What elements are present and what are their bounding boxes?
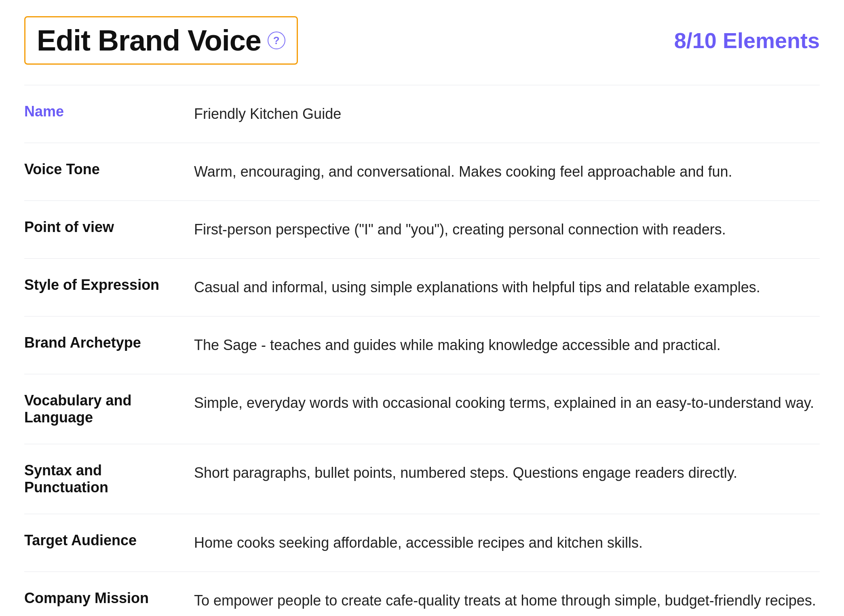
row-value: The Sage - teaches and guides while maki… [194,334,820,356]
table-row: Style of ExpressionCasual and informal, … [24,259,820,316]
page-title: Edit Brand Voice [37,24,261,57]
page-header: Edit Brand Voice ? 8/10 Elements [24,16,820,65]
table-row: Point of viewFirst-person perspective ("… [24,201,820,259]
table-row: NameFriendly Kitchen Guide [24,85,820,143]
row-value: To empower people to create cafe-quality… [194,590,820,612]
row-label: Brand Archetype [24,334,194,351]
row-label: Point of view [24,219,194,236]
table-row: Syntax and PunctuationShort paragraphs, … [24,444,820,514]
row-value: Short paragraphs, bullet points, numbere… [194,462,820,484]
table-row: Target AudienceHome cooks seeking afford… [24,514,820,572]
title-box: Edit Brand Voice ? [24,16,298,65]
row-label: Voice Tone [24,161,194,178]
row-value: Simple, everyday words with occasional c… [194,392,820,414]
row-label: Target Audience [24,532,194,549]
row-value: Friendly Kitchen Guide [194,103,820,125]
row-value: Warm, encouraging, and conversational. M… [194,161,820,183]
row-value: Home cooks seeking affordable, accessibl… [194,532,820,554]
table-row: Brand ArchetypeThe Sage - teaches and gu… [24,316,820,374]
row-label: Company Mission [24,590,194,607]
elements-count: 8/10 Elements [674,28,820,53]
brand-voice-table: NameFriendly Kitchen GuideVoice ToneWarm… [24,85,820,616]
table-row: Company MissionTo empower people to crea… [24,572,820,616]
table-row: Vocabulary and LanguageSimple, everyday … [24,374,820,444]
row-label: Vocabulary and Language [24,392,194,426]
row-label: Name [24,103,194,120]
row-label: Syntax and Punctuation [24,462,194,496]
help-icon[interactable]: ? [268,32,285,49]
row-value: Casual and informal, using simple explan… [194,276,820,298]
row-label: Style of Expression [24,276,194,293]
table-row: Voice ToneWarm, encouraging, and convers… [24,143,820,201]
row-value: First-person perspective ("I" and "you")… [194,219,820,240]
